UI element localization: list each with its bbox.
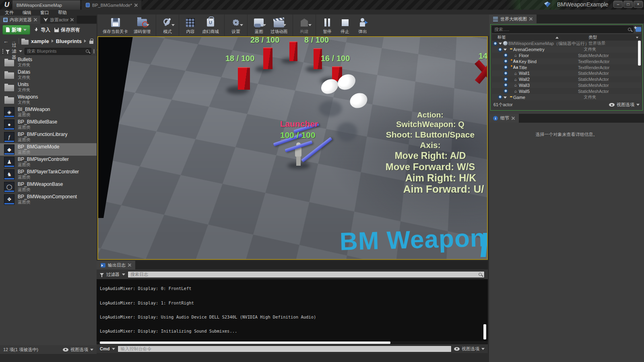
close-button[interactable]: × bbox=[634, 1, 643, 8]
back-button[interactable]: ← bbox=[3, 38, 8, 44]
menu-file[interactable]: 文件 bbox=[3, 10, 15, 16]
asset-search-box[interactable] bbox=[25, 48, 91, 55]
filter-funnel-icon[interactable] bbox=[100, 273, 104, 276]
visibility-eye-icon[interactable] bbox=[504, 65, 508, 70]
tab-content-browser[interactable]: 内容浏览器 bbox=[0, 16, 40, 24]
outliner-column-header[interactable]: 标签 类型 bbox=[492, 34, 641, 41]
cinematics-button[interactable]: 过场动画 bbox=[268, 14, 290, 36]
log-horizontal-scrollbar[interactable] bbox=[97, 341, 488, 344]
visibility-eye-icon[interactable] bbox=[504, 89, 508, 93]
asset-item[interactable]: ♞BP_BMPlayerTankController蓝图类 bbox=[0, 168, 97, 181]
outliner-view-options-button[interactable]: 视图选项 bbox=[609, 102, 640, 108]
expand-arrow-icon[interactable] bbox=[504, 49, 507, 51]
tab-output-log[interactable]: 输出日志 bbox=[97, 261, 135, 269]
eject-button[interactable]: 弹出 bbox=[354, 14, 372, 36]
blueprints-button[interactable]: 蓝图 bbox=[250, 14, 268, 36]
content-button[interactable]: 内容 bbox=[182, 14, 199, 36]
asset-item[interactable]: ❖BP_BMWeaponComponent蓝图类 bbox=[0, 193, 97, 206]
game-viewport[interactable]: 28 / 100 8 / 100 18 / 100 16 / 100 140 L… bbox=[97, 36, 488, 260]
expand-arrow-icon[interactable] bbox=[499, 43, 502, 45]
menu-window[interactable]: 窗口 bbox=[39, 10, 51, 16]
console-command-input[interactable] bbox=[118, 346, 452, 352]
visibility-eye-icon[interactable] bbox=[504, 71, 508, 76]
visibility-eye-icon[interactable] bbox=[493, 41, 497, 46]
log-filter-label[interactable]: 过滤器 bbox=[106, 272, 120, 278]
visibility-eye-icon[interactable] bbox=[498, 47, 502, 52]
column-type[interactable]: 类型 bbox=[588, 35, 597, 40]
save-search-icon[interactable] bbox=[94, 49, 94, 53]
visibility-eye-icon[interactable] bbox=[504, 59, 508, 64]
log-search-input[interactable] bbox=[130, 272, 479, 277]
breadcrumb-parent[interactable]: xample bbox=[31, 38, 49, 44]
column-label[interactable]: 标签 bbox=[497, 35, 506, 40]
visibility-eye-icon[interactable] bbox=[498, 95, 502, 99]
outliner-row-folder[interactable]: Game文件夹 bbox=[492, 94, 641, 100]
minimize-button[interactable]: – bbox=[613, 1, 623, 8]
visibility-eye-icon[interactable] bbox=[504, 53, 508, 58]
source-control-button[interactable]: 源码管理 bbox=[131, 14, 153, 36]
build-button[interactable]: 构建 bbox=[295, 14, 313, 36]
create-world-icon[interactable] bbox=[636, 27, 641, 32]
tab-world-outliner[interactable]: 世界大纲视图 bbox=[489, 14, 537, 23]
outliner-row-actor[interactable]: ⌂ Wall1StaticMeshActor bbox=[492, 70, 641, 76]
import-button[interactable]: 导入 bbox=[34, 27, 50, 33]
outliner-row-actor[interactable]: ⌂ Wall5StaticMeshActor bbox=[492, 88, 641, 94]
add-new-button[interactable]: 新增 bbox=[2, 25, 30, 35]
marketplace-button[interactable]: U虚幻商城 bbox=[199, 14, 222, 36]
tab-level-map[interactable]: BMWeaponExameMap bbox=[12, 0, 80, 10]
stop-button[interactable]: 停止 bbox=[336, 14, 354, 36]
modes-button[interactable]: 模式 bbox=[159, 14, 176, 36]
asset-item[interactable]: Bullets文件夹 bbox=[0, 56, 97, 68]
view-options-button[interactable]: 视图选项 bbox=[63, 347, 93, 353]
lock-icon[interactable] bbox=[89, 41, 93, 44]
tab-place-actor[interactable]: 放置actor bbox=[40, 16, 77, 24]
menu-edit[interactable]: 编辑 bbox=[21, 10, 33, 16]
cmd-label[interactable]: Cmd bbox=[100, 346, 109, 351]
tab-details[interactable]: i 细节 bbox=[489, 114, 519, 123]
filter-funnel-icon[interactable] bbox=[6, 50, 10, 52]
expand-arrow-icon[interactable] bbox=[504, 97, 507, 99]
asset-item[interactable]: Units文件夹 bbox=[0, 81, 97, 93]
log-view-options-button[interactable]: 视图选项 bbox=[454, 346, 485, 352]
asset-item[interactable]: ƒBP_BMFunctionLibrary蓝图类 bbox=[0, 131, 97, 143]
save-level-button[interactable]: 保存当前关卡 bbox=[100, 14, 131, 36]
close-icon[interactable] bbox=[34, 18, 37, 21]
outliner-row-actor[interactable]: ⌂ Wall3StaticMeshActor bbox=[492, 82, 641, 88]
outliner-row-folder[interactable]: ArenaGeometry文件夹 bbox=[492, 47, 641, 53]
close-icon[interactable] bbox=[529, 17, 533, 21]
asset-search-input[interactable] bbox=[27, 49, 84, 53]
visibility-eye-icon[interactable] bbox=[504, 77, 508, 82]
breadcrumb-current[interactable]: Blueprints bbox=[56, 38, 82, 44]
outliner-scrollbar[interactable] bbox=[638, 41, 641, 66]
log-search-box[interactable] bbox=[128, 271, 485, 278]
outliner-search-box[interactable] bbox=[492, 26, 634, 33]
sources-panel-icon[interactable] bbox=[2, 49, 3, 53]
save-all-button[interactable]: 保存所有 bbox=[54, 27, 80, 33]
log-output-area[interactable]: LogAudioMixer: Display: 0: FrontLeft Log… bbox=[97, 279, 488, 341]
settings-button[interactable]: 设置 bbox=[227, 14, 245, 36]
pause-button[interactable]: 暂停 bbox=[318, 14, 336, 36]
asset-item[interactable]: ◈BI_BMWeapon蓝图类 bbox=[0, 106, 97, 118]
close-icon[interactable] bbox=[512, 117, 515, 120]
type-filter-icon[interactable] bbox=[636, 37, 638, 39]
asset-item-selected[interactable]: ◆BP_BMGameMode蓝图类 bbox=[0, 143, 97, 156]
close-icon[interactable] bbox=[128, 263, 131, 267]
asset-item[interactable]: ♟BP_BMPlayerController蓝图类 bbox=[0, 156, 97, 168]
outliner-search-input[interactable] bbox=[494, 27, 626, 32]
outliner-row-actor[interactable]: ⌂ Wall2StaticMeshActor bbox=[492, 76, 641, 82]
asset-item[interactable]: ◯BP_BMWeaponBase蓝图类 bbox=[0, 181, 97, 193]
restore-button[interactable]: □ bbox=[623, 1, 633, 8]
outliner-row-actor[interactable]: Aa Key BindTextRenderActor bbox=[492, 58, 641, 64]
close-icon[interactable] bbox=[70, 18, 74, 21]
outliner-row-actor[interactable]: Aa TitleTextRenderActor bbox=[492, 64, 641, 70]
visibility-eye-icon[interactable] bbox=[504, 83, 508, 87]
outliner-row-actor[interactable]: ⌂ FloorStaticMeshActor bbox=[492, 53, 641, 59]
close-icon[interactable] bbox=[134, 4, 137, 7]
outliner-row-world[interactable]: BMWeaponExameMap（编辑器中运行）世界场景 bbox=[492, 41, 641, 47]
asset-item[interactable]: Datas文件夹 bbox=[0, 68, 97, 81]
log-vertical-scrollbar[interactable] bbox=[483, 324, 486, 339]
tab-blueprint[interactable]: BP_BMGameMode* bbox=[81, 0, 142, 10]
asset-item[interactable]: Weapons文件夹 bbox=[0, 93, 97, 106]
asset-item[interactable]: ●BP_BMBulletBase蓝图类 bbox=[0, 118, 97, 131]
menu-help[interactable]: 帮助 bbox=[56, 10, 68, 16]
